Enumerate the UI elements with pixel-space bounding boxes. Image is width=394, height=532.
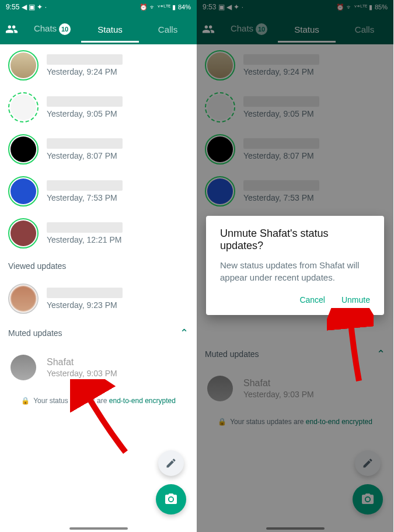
status-item-muted[interactable]: ShafatYesterday, 9:03 PM	[0, 346, 197, 388]
avatar	[11, 52, 36, 78]
status-item[interactable]: Yesterday, 9:24 PM	[0, 44, 197, 86]
nav-bar	[69, 527, 128, 530]
android-status-bar: 9:55 ◀ ▣ ✦ · ⏰ ᯤ ᵛᵒᴸᵀᴱ ▮84%	[0, 0, 197, 14]
avatar	[11, 220, 36, 246]
signal-icons: ⏰ ᯤ ᵛᵒᴸᵀᴱ ▮	[140, 4, 176, 11]
redacted-name	[47, 222, 123, 233]
lock-icon: 🔒	[21, 397, 30, 405]
unmute-button[interactable]: Unmute	[341, 295, 370, 304]
camera-fab[interactable]	[156, 484, 186, 514]
status-time: Yesterday, 9:03 PM	[47, 369, 189, 378]
e2e-link[interactable]: end-to-end encrypted	[109, 397, 176, 405]
redacted-name	[47, 180, 123, 191]
e2e-notice: 🔒Your status updates are end-to-end encr…	[0, 388, 197, 413]
text-status-fab[interactable]	[158, 450, 184, 476]
redacted-name	[47, 288, 123, 298]
avatar-ring	[8, 134, 39, 164]
avatar-ring	[8, 352, 39, 383]
status-time: Yesterday, 9:23 PM	[47, 300, 189, 310]
tab-chats[interactable]: Chats10	[23, 15, 81, 43]
status-item[interactable]: Yesterday, 12:21 PM	[0, 212, 197, 254]
battery-text: 84%	[178, 4, 191, 10]
avatar-ring	[8, 92, 39, 123]
cancel-button[interactable]: Cancel	[299, 295, 325, 304]
chats-badge: 10	[59, 23, 71, 35]
status-time: Yesterday, 12:21 PM	[47, 235, 189, 244]
avatar	[11, 355, 36, 380]
status-time: Yesterday, 7:53 PM	[47, 193, 189, 202]
unmute-dialog: Unmute Shafat's status updates? New stat…	[206, 216, 384, 315]
avatar	[11, 178, 36, 204]
status-item[interactable]: Yesterday, 7:53 PM	[0, 170, 197, 212]
status-item[interactable]: Yesterday, 8:07 PM	[0, 128, 197, 170]
viewed-updates-header: Viewed updates	[0, 254, 197, 278]
avatar-ring	[8, 176, 39, 206]
avatar-ring	[8, 50, 39, 80]
dialog-body: New status updates from Shafat will appe…	[220, 259, 370, 284]
svg-point-0	[169, 498, 173, 501]
clock: 9:55	[6, 3, 19, 11]
status-time: Yesterday, 9:24 PM	[47, 67, 189, 76]
top-nav: Chats10 Status Calls	[0, 14, 197, 44]
tab-calls[interactable]: Calls	[139, 16, 197, 43]
status-time: Yesterday, 9:05 PM	[47, 109, 189, 118]
avatar	[11, 94, 36, 120]
redacted-name	[47, 54, 123, 65]
screen-right: 9:53 ▣ ◀ ✦ · ⏰ ᯤ ᵛᵒᴸᵀᴱ ▮85% Chats10 Stat…	[197, 0, 393, 532]
avatar	[11, 286, 36, 312]
status-time: Yesterday, 8:07 PM	[47, 151, 189, 160]
avatar-ring	[8, 218, 39, 249]
redacted-name	[47, 138, 123, 149]
notif-icons: ◀ ▣ ✦ ·	[22, 3, 47, 11]
status-item[interactable]: Yesterday, 9:23 PM	[0, 278, 197, 320]
avatar-ring	[8, 284, 39, 314]
chevron-up-icon: ⌃	[180, 327, 189, 340]
status-name: Shafat	[47, 357, 189, 368]
avatar	[11, 136, 36, 162]
dialog-title: Unmute Shafat's status updates?	[220, 228, 370, 252]
status-item[interactable]: Yesterday, 9:05 PM	[0, 86, 197, 128]
tab-status[interactable]: Status	[81, 16, 139, 43]
muted-updates-header[interactable]: Muted updates⌃	[0, 320, 197, 346]
community-icon[interactable]	[0, 23, 23, 36]
screen-left: 9:55 ◀ ▣ ✦ · ⏰ ᯤ ᵛᵒᴸᵀᴱ ▮84% Chats10 Stat…	[0, 0, 197, 532]
redacted-name	[47, 96, 123, 107]
